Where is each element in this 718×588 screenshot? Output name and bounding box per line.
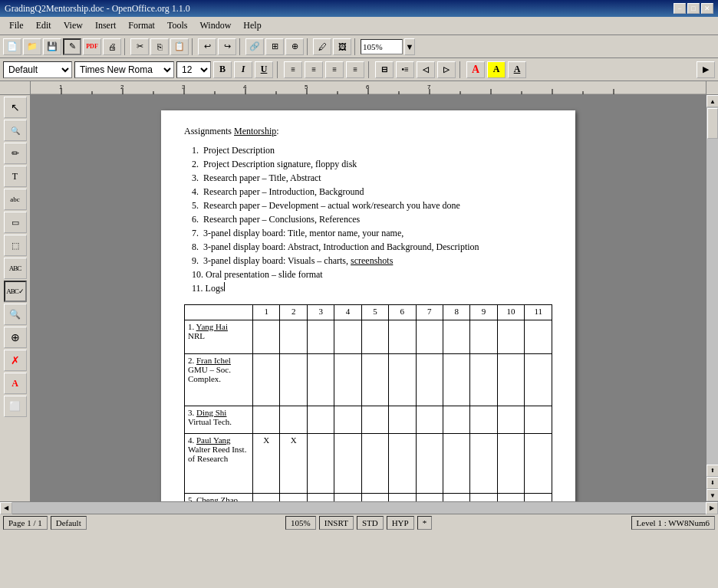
table-cell-1-5 <box>361 320 388 354</box>
table-cell-4-4 <box>334 434 361 494</box>
horizontal-scrollbar[interactable]: ◀ ▶ <box>0 501 718 514</box>
bullets-button[interactable]: •≡ <box>396 61 414 78</box>
scroll-thumb[interactable] <box>707 108 718 139</box>
menu-tools[interactable]: Tools <box>161 18 194 33</box>
maximize-button[interactable]: □ <box>687 3 700 14</box>
status-hyp: HYP <box>387 516 414 530</box>
vertical-scrollbar[interactable]: ▲ ⬆ ⬇ ▼ <box>706 95 718 501</box>
print-button[interactable]: 🖨 <box>103 38 121 55</box>
tool-image[interactable]: ⬚ <box>4 235 27 256</box>
tool-zoom[interactable]: 🔍 <box>4 120 27 141</box>
table-cell-2-9 <box>470 354 497 406</box>
table-header-5: 5 <box>361 305 388 320</box>
tool-cross[interactable]: ✗ <box>4 350 27 371</box>
numbering-button[interactable]: ⊟ <box>375 61 394 78</box>
table-header-4: 4 <box>334 305 361 320</box>
draw-button[interactable]: 🖊 <box>313 38 331 55</box>
table-cell-5-6 <box>389 494 416 502</box>
redo-button[interactable]: ↪ <box>218 38 236 55</box>
table-header-9: 9 <box>470 305 497 320</box>
sidebar-toggle-button[interactable]: ▶ <box>697 61 715 78</box>
bold-button[interactable]: B <box>213 61 232 78</box>
scroll-left-button[interactable]: ◀ <box>0 502 12 514</box>
decrease-indent-button[interactable]: ◁ <box>417 61 435 78</box>
table-header-8: 8 <box>443 305 469 320</box>
scroll-right-button[interactable]: ▶ <box>706 502 718 514</box>
menu-insert[interactable]: Insert <box>89 18 122 33</box>
table-cell-1-6 <box>389 320 416 354</box>
save-button[interactable]: 💾 <box>43 38 61 55</box>
title-bar-controls: − □ ✕ <box>674 3 713 14</box>
scroll-track[interactable] <box>706 107 718 465</box>
table-row: 5. Cheng Zhao NRL <box>185 494 552 502</box>
tool-square[interactable]: ⬜ <box>4 396 27 417</box>
tool-select[interactable]: ↖ <box>4 97 27 118</box>
copy-button[interactable]: ⎘ <box>150 38 169 55</box>
menu-help[interactable]: Help <box>237 18 267 33</box>
table-cell-2-6 <box>389 354 416 406</box>
menu-window[interactable]: Window <box>193 18 237 33</box>
tool-text[interactable]: T <box>4 166 27 187</box>
close-button[interactable]: ✕ <box>701 3 713 14</box>
paragraph-style-select[interactable]: Default <box>3 61 72 78</box>
tool-add[interactable]: ⊕ <box>4 327 27 348</box>
tool-search[interactable]: 🔍 <box>4 304 27 325</box>
scroll-h-track[interactable] <box>12 502 706 514</box>
align-justify-button[interactable]: ≡ <box>346 61 364 78</box>
status-page: Page 1 / 1 <box>3 516 48 530</box>
font-name-select[interactable]: Times New Roma <box>74 61 174 78</box>
align-center-button[interactable]: ≡ <box>305 61 323 78</box>
tool-abc2[interactable]: ABC✓ <box>4 281 27 302</box>
undo-button[interactable]: ↩ <box>198 38 216 55</box>
ruler-row: 1 2 3 4 5 6 7 <box>0 81 718 95</box>
zoom-select[interactable]: 105% <box>361 39 403 54</box>
italic-button[interactable]: I <box>234 61 252 78</box>
hyperlink-button[interactable]: 🔗 <box>245 38 264 55</box>
document-area[interactable]: Assignments Mentorship: 1. Project Descr… <box>31 95 706 501</box>
tool-abc1[interactable]: ABC <box>4 258 27 279</box>
scroll-page-up[interactable]: ⬆ <box>706 465 718 477</box>
fmt-sep1 <box>277 61 280 78</box>
cut-button[interactable]: ✂ <box>130 38 149 55</box>
menu-edit[interactable]: Edit <box>30 18 58 33</box>
table-cell-name-1: 1. Yang Hai NRL <box>185 320 253 354</box>
font-size-select[interactable]: 12 <box>176 61 211 78</box>
underline-button[interactable]: U <box>255 61 273 78</box>
tool-fontcolor[interactable]: A <box>4 373 27 394</box>
minimize-button[interactable]: − <box>674 3 686 14</box>
align-right-button[interactable]: ≡ <box>325 61 344 78</box>
table-button[interactable]: ⊞ <box>265 38 284 55</box>
increase-indent-button[interactable]: ▷ <box>437 61 456 78</box>
menu-file[interactable]: File <box>3 18 30 33</box>
pdf-button[interactable]: PDF <box>83 38 101 55</box>
edit-button[interactable]: ✎ <box>63 38 81 55</box>
table-cell-name-3: 3. Ding Shi Virtual Tech. <box>185 406 253 434</box>
menu-format[interactable]: Format <box>122 18 161 33</box>
table-header-2: 2 <box>280 305 307 320</box>
svg-text:2: 2 <box>120 84 124 90</box>
tool-box[interactable]: ▭ <box>4 212 27 233</box>
tool-draw[interactable]: ✏ <box>4 143 27 164</box>
table-cell-4-8 <box>443 434 469 494</box>
font-color-button[interactable]: A <box>466 61 485 78</box>
scroll-up-button[interactable]: ▲ <box>706 95 718 107</box>
menu-bar: File Edit View Insert Format Tools Windo… <box>0 17 718 35</box>
scroll-page-down[interactable]: ⬇ <box>706 477 718 489</box>
char-format-button[interactable]: A <box>508 61 526 78</box>
table-cell-name-5: 5. Cheng Zhao NRL <box>185 494 253 502</box>
table-cell-5-2 <box>280 494 307 502</box>
paste-button[interactable]: 📋 <box>170 38 189 55</box>
zoom-dropdown[interactable]: ▼ <box>404 38 415 55</box>
open-button[interactable]: 📁 <box>23 38 41 55</box>
align-left-button[interactable]: ≡ <box>284 61 302 78</box>
new-button[interactable]: 📄 <box>3 38 21 55</box>
highlight-button[interactable]: A <box>487 61 506 78</box>
insert-button[interactable]: ⊕ <box>285 38 304 55</box>
scroll-down-button[interactable]: ▼ <box>706 489 718 501</box>
table-cell-1-2 <box>280 320 307 354</box>
status-zoom: 105% <box>285 516 316 530</box>
tool-field[interactable]: abc <box>4 189 27 210</box>
menu-view[interactable]: View <box>58 18 89 33</box>
svg-text:6: 6 <box>366 84 370 90</box>
image-button[interactable]: 🖼 <box>333 38 351 55</box>
